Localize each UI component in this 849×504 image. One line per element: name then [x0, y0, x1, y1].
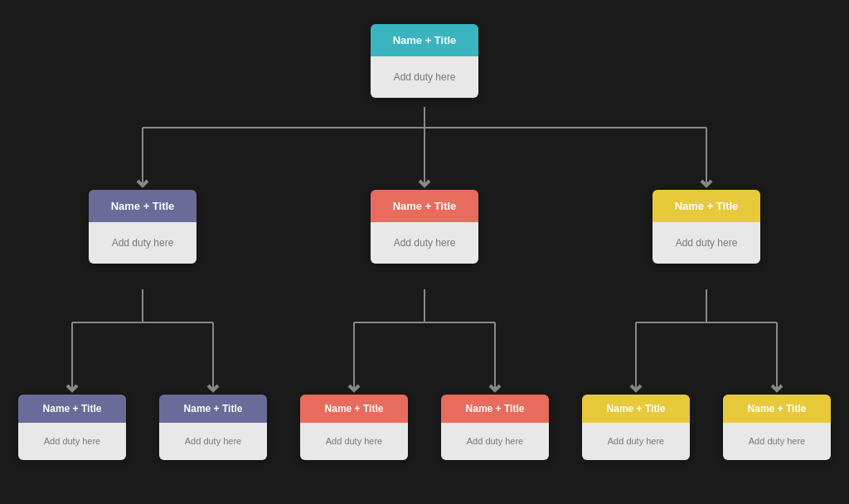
- node-leaf-lr-body[interactable]: Add duty here: [159, 423, 267, 460]
- node-mid-right-header: Name + Title: [653, 190, 760, 222]
- org-chart: Name + Title Add duty here Name + Title …: [10, 7, 839, 497]
- node-mid-center-header: Name + Title: [371, 190, 478, 222]
- node-root-body[interactable]: Add duty here: [371, 56, 478, 98]
- node-leaf-cr-body[interactable]: Add duty here: [441, 423, 549, 460]
- node-leaf-rl-body[interactable]: Add duty here: [582, 423, 690, 460]
- node-mid-center[interactable]: Name + Title Add duty here: [371, 190, 478, 264]
- node-leaf-lr[interactable]: Name + Title Add duty here: [159, 395, 267, 460]
- node-mid-left[interactable]: Name + Title Add duty here: [89, 190, 196, 264]
- node-root[interactable]: Name + Title Add duty here: [371, 24, 478, 98]
- node-leaf-cr-header: Name + Title: [441, 395, 549, 423]
- node-leaf-rl[interactable]: Name + Title Add duty here: [582, 395, 690, 460]
- node-leaf-cl-body[interactable]: Add duty here: [300, 423, 408, 460]
- node-leaf-ll[interactable]: Name + Title Add duty here: [18, 395, 126, 460]
- node-leaf-rr[interactable]: Name + Title Add duty here: [723, 395, 831, 460]
- node-mid-right-body[interactable]: Add duty here: [653, 222, 760, 264]
- node-mid-center-body[interactable]: Add duty here: [371, 222, 478, 264]
- node-leaf-cl-header: Name + Title: [300, 395, 408, 423]
- node-root-header: Name + Title: [371, 24, 478, 56]
- node-mid-left-body[interactable]: Add duty here: [89, 222, 196, 264]
- node-leaf-cl[interactable]: Name + Title Add duty here: [300, 395, 408, 460]
- node-leaf-ll-header: Name + Title: [18, 395, 126, 423]
- node-leaf-ll-body[interactable]: Add duty here: [18, 423, 126, 460]
- node-mid-right[interactable]: Name + Title Add duty here: [653, 190, 760, 264]
- node-leaf-lr-header: Name + Title: [159, 395, 267, 423]
- node-mid-left-header: Name + Title: [89, 190, 196, 222]
- node-leaf-rl-header: Name + Title: [582, 395, 690, 423]
- node-leaf-rr-header: Name + Title: [723, 395, 831, 423]
- node-leaf-cr[interactable]: Name + Title Add duty here: [441, 395, 549, 460]
- node-leaf-rr-body[interactable]: Add duty here: [723, 423, 831, 460]
